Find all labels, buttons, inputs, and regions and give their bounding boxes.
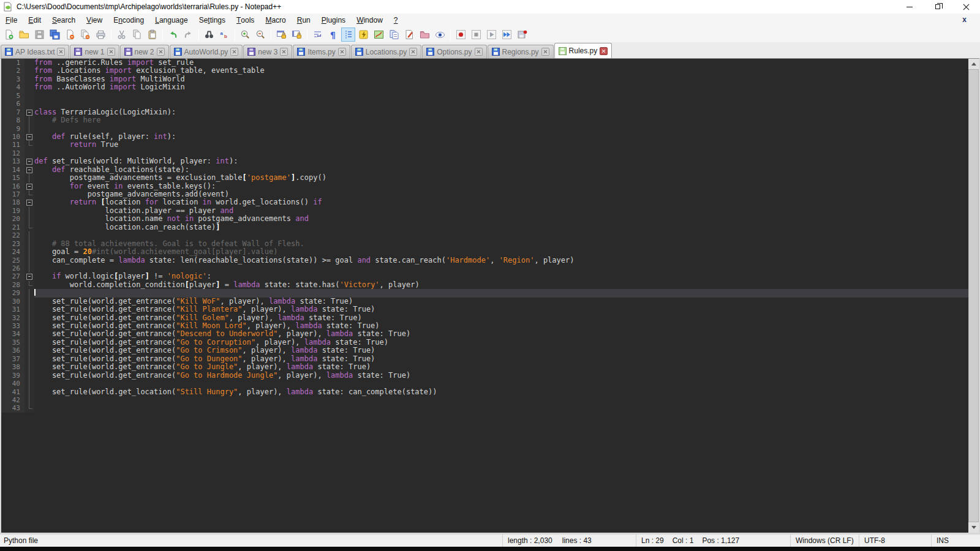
code-line[interactable]: 42 <box>1 396 968 404</box>
function-list-button[interactable] <box>387 28 401 42</box>
pen-document-button[interactable] <box>402 28 417 42</box>
scroll-up-icon[interactable] <box>968 59 979 69</box>
code-line[interactable]: 38 set_rule(world.get_entrance("Go to Ju… <box>1 363 968 371</box>
tab-autoworld-py[interactable]: AutoWorld.py <box>170 45 243 58</box>
menu-edit[interactable]: Edit <box>23 13 47 27</box>
define-your-language-button[interactable] <box>356 28 371 42</box>
code-line[interactable]: 39 set_rule(world.get_entrance("Go to Ha… <box>1 372 968 380</box>
tab-close-icon[interactable] <box>600 47 608 55</box>
code-line[interactable]: 18 return [location for location in worl… <box>1 198 968 206</box>
paste-button[interactable] <box>145 28 159 42</box>
code-line[interactable]: 41 set_rule(world.get_location("Still Hu… <box>1 388 968 396</box>
code-editor[interactable]: 1from ..generic.Rules import set_rule2fr… <box>1 59 968 533</box>
code-line[interactable]: 37 set_rule(world.get_entrance("Go to Du… <box>1 355 968 363</box>
zoom-out-button[interactable] <box>254 28 268 42</box>
code-line[interactable]: 22 <box>1 231 968 239</box>
redo-button[interactable] <box>181 28 195 42</box>
tab-rules-py[interactable]: Rules.py <box>554 43 612 58</box>
code-line[interactable]: 17 postgame_advancements.add(event) <box>1 190 968 198</box>
vertical-scrollbar[interactable] <box>968 59 979 533</box>
run-macro-multiple-times-button[interactable] <box>500 28 514 42</box>
menu-run[interactable]: Run <box>292 13 316 27</box>
fold-collapse-icon[interactable] <box>24 108 34 116</box>
scrollbar-thumb[interactable] <box>968 69 979 522</box>
word-wrap-button[interactable] <box>311 28 325 42</box>
code-line[interactable]: 12 <box>1 149 968 157</box>
undo-button[interactable] <box>166 28 180 42</box>
code-line[interactable]: 35 set_rule(world.get_entrance("Go to Co… <box>1 339 968 347</box>
close-button[interactable] <box>952 0 980 13</box>
tab-new-2[interactable]: new 2 <box>120 45 169 58</box>
tab-new-3[interactable]: new 3 <box>243 45 292 58</box>
code-line[interactable]: 6 <box>1 100 968 108</box>
close-file-button[interactable] <box>63 28 77 42</box>
stop-recording-button[interactable] <box>469 28 483 42</box>
sync-horizontal-scrolling-button[interactable] <box>290 28 304 42</box>
minimize-button[interactable] <box>895 0 924 13</box>
tab-close-icon[interactable] <box>338 48 346 56</box>
playback-macro-button[interactable] <box>484 28 499 42</box>
save-all-button[interactable] <box>48 28 62 42</box>
code-line[interactable]: 3from BaseClasses import MultiWorld <box>1 75 968 83</box>
code-line[interactable]: 30 set_rule(world.get_entrance("Kill WoF… <box>1 298 968 305</box>
open-file-button[interactable] <box>17 28 31 42</box>
copy-button[interactable] <box>130 28 144 42</box>
code-line[interactable]: 14 def reachable_locations(state): <box>1 166 968 174</box>
tab-close-icon[interactable] <box>409 48 417 56</box>
tab-close-icon[interactable] <box>280 48 288 56</box>
tab-close-icon[interactable] <box>107 48 115 56</box>
print-button[interactable] <box>94 28 108 42</box>
scroll-down-icon[interactable] <box>968 522 979 533</box>
save-recorded-macro-button[interactable] <box>515 28 529 42</box>
code-line[interactable]: 23 # 88 total achievements. Goal is to d… <box>1 240 968 248</box>
tab-close-icon[interactable] <box>475 48 483 56</box>
code-line[interactable]: 9 <box>1 125 968 133</box>
code-line[interactable]: 4from ..AutoWorld import LogicMixin <box>1 83 968 91</box>
code-line[interactable]: 19 location.player == player and <box>1 207 968 215</box>
document-map-button[interactable] <box>372 28 386 42</box>
menu-plugins[interactable]: Plugins <box>316 13 351 27</box>
menu-search[interactable]: Search <box>47 13 81 27</box>
code-line[interactable]: 27 if world.logic[player] != 'nologic': <box>1 272 968 280</box>
code-line[interactable]: 5 <box>1 92 968 100</box>
menu-window[interactable]: Window <box>351 13 388 27</box>
code-line[interactable]: 20 location.name not in postgame_advance… <box>1 215 968 223</box>
show-all-characters-button[interactable]: ¶ <box>326 28 340 42</box>
code-line[interactable]: 11 return True <box>1 141 968 149</box>
code-line[interactable]: 25 can_complete = lambda state: len(reac… <box>1 257 968 264</box>
code-line[interactable]: 33 set_rule(world.get_entrance("Kill Moo… <box>1 322 968 330</box>
menu-encoding[interactable]: Encoding <box>108 13 149 27</box>
code-line[interactable]: 34 set_rule(world.get_entrance("Descend … <box>1 330 968 338</box>
code-line[interactable]: 7class TerrariaLogic(LogicMixin): <box>1 108 968 116</box>
document-monitoring-button[interactable] <box>433 28 447 42</box>
tab-options-py[interactable]: Options.py <box>422 45 486 58</box>
restore-button[interactable] <box>924 0 952 13</box>
tab-locations-py[interactable]: Locations.py <box>351 45 421 58</box>
code-line[interactable]: 13def set_rules(world: MultiWorld, playe… <box>1 157 968 165</box>
code-line[interactable]: 2from .Locations import exclusion_table,… <box>1 67 968 75</box>
code-line[interactable]: 26 <box>1 264 968 272</box>
menu-language[interactable]: Language <box>149 13 193 27</box>
code-line[interactable]: 10 def rule(self, player: int): <box>1 133 968 141</box>
fold-collapse-icon[interactable] <box>24 157 34 165</box>
save-file-button[interactable] <box>32 28 47 42</box>
tab-ap-ideas-txt[interactable]: AP Ideas.txt <box>1 45 69 58</box>
code-line[interactable]: 29 <box>1 289 968 297</box>
tab-close-icon[interactable] <box>157 48 165 56</box>
find-button[interactable] <box>202 28 216 42</box>
menu-tools[interactable]: Tools <box>231 13 260 27</box>
replace-button[interactable]: ab <box>217 28 232 42</box>
code-line[interactable]: 28 world.completion_condition[player] = … <box>1 281 968 289</box>
cut-button[interactable] <box>115 28 129 42</box>
start-recording-button[interactable] <box>454 28 468 42</box>
tab-close-icon[interactable] <box>541 48 549 56</box>
fold-collapse-icon[interactable] <box>24 166 34 174</box>
tab-regions-py[interactable]: Regions.py <box>488 45 554 58</box>
code-line[interactable]: 15 postgame_advancements = exclusion_tab… <box>1 174 968 182</box>
tab-new-1[interactable]: new 1 <box>70 45 119 58</box>
sync-vertical-scrolling-button[interactable] <box>274 28 288 42</box>
tab-close-icon[interactable] <box>57 48 65 56</box>
menu-file[interactable]: File <box>0 13 23 27</box>
code-line[interactable]: 43 <box>1 404 968 412</box>
menu-view[interactable]: View <box>81 13 108 27</box>
